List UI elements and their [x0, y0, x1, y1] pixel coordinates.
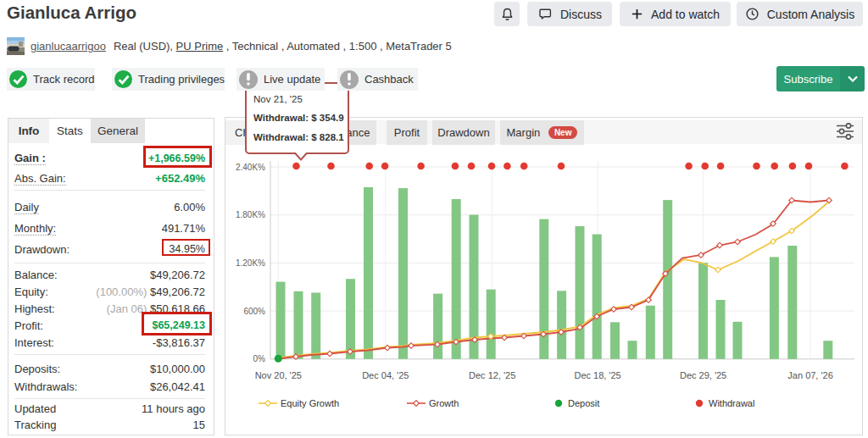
- svg-text:Equity Growth: Equity Growth: [281, 398, 339, 408]
- svg-text:1.80K%: 1.80K%: [236, 210, 265, 219]
- svg-text:Withdrawal: Withdrawal: [709, 398, 754, 408]
- svg-text:Jan 07, '26: Jan 07, '26: [787, 370, 832, 380]
- svg-text:Dec 12, '25: Dec 12, '25: [469, 370, 515, 380]
- svg-text:Dec 18, '25: Dec 18, '25: [574, 370, 620, 380]
- svg-text:2.40K%: 2.40K%: [236, 163, 265, 172]
- svg-text:Growth: Growth: [429, 398, 459, 408]
- svg-text:Dec 04, '25: Dec 04, '25: [362, 370, 409, 380]
- svg-text:Dec 29, '25: Dec 29, '25: [680, 370, 726, 380]
- svg-text:1.20K%: 1.20K%: [236, 258, 265, 268]
- svg-text:Deposit: Deposit: [568, 398, 599, 408]
- svg-text:600%: 600%: [243, 307, 265, 316]
- svg-text:0%: 0%: [253, 354, 266, 363]
- svg-text:Nov 20, '25: Nov 20, '25: [255, 370, 302, 380]
